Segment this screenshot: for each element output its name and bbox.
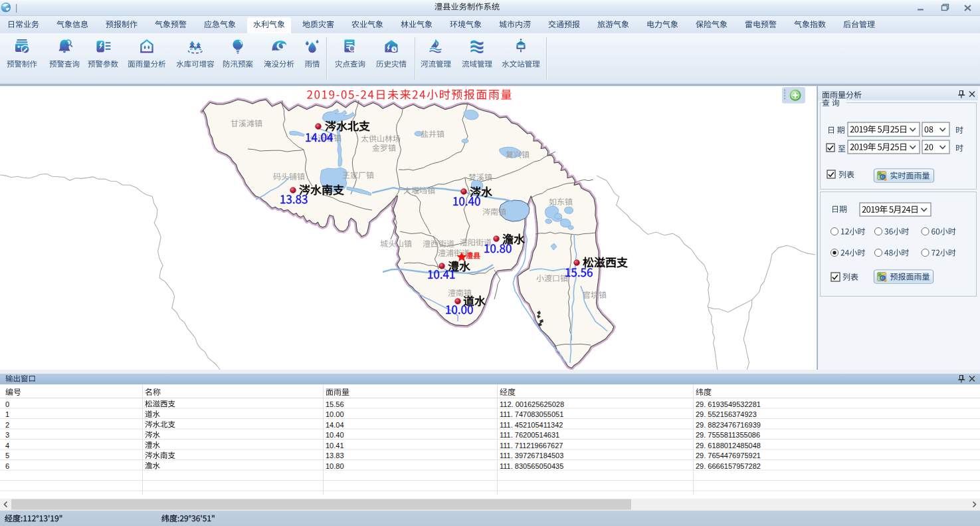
svg-text:29. 6193549532281: 29. 6193549532281 [696, 400, 761, 408]
svg-text:29. 7555811355086: 29. 7555811355086 [696, 431, 760, 439]
svg-text:111. 830565050435: 111. 830565050435 [500, 462, 563, 470]
svg-text:29. 6188012485048: 29. 6188012485048 [696, 442, 761, 450]
svg-text:10.40: 10.40 [326, 431, 344, 439]
svg-text:29. 8823476716939: 29. 8823476716939 [696, 421, 761, 429]
svg-text:29. 6666157957282: 29. 6666157957282 [696, 462, 761, 470]
svg-text:14.04: 14.04 [326, 421, 344, 429]
svg-text:111. 76200514631: 111. 76200514631 [500, 431, 559, 439]
svg-text:111. 397267184503: 111. 397267184503 [500, 452, 563, 460]
svg-text:10.00: 10.00 [326, 410, 344, 418]
svg-text:10.41: 10.41 [326, 442, 344, 450]
svg-text:111. 747083055051: 111. 747083055051 [500, 410, 563, 418]
svg-text:15.56: 15.56 [326, 400, 344, 408]
svg-text:13.83: 13.83 [326, 452, 344, 460]
svg-text:1: 1 [5, 410, 9, 418]
svg-text:111. 452105411342: 111. 452105411342 [500, 421, 563, 429]
svg-text:6: 6 [5, 462, 9, 470]
svg-text:4: 4 [5, 442, 9, 450]
svg-text:111. 711219667627: 111. 711219667627 [500, 442, 563, 450]
svg-text:0: 0 [5, 400, 9, 408]
svg-text:112. 001625625028: 112. 001625625028 [500, 400, 564, 408]
svg-text:29. 552156374923: 29. 552156374923 [696, 410, 757, 418]
svg-text:5: 5 [5, 452, 9, 460]
svg-text:29. 7654476975921: 29. 7654476975921 [696, 452, 761, 460]
svg-text:3: 3 [5, 431, 9, 439]
svg-text:2: 2 [5, 421, 9, 429]
svg-text:10.80: 10.80 [326, 462, 344, 470]
